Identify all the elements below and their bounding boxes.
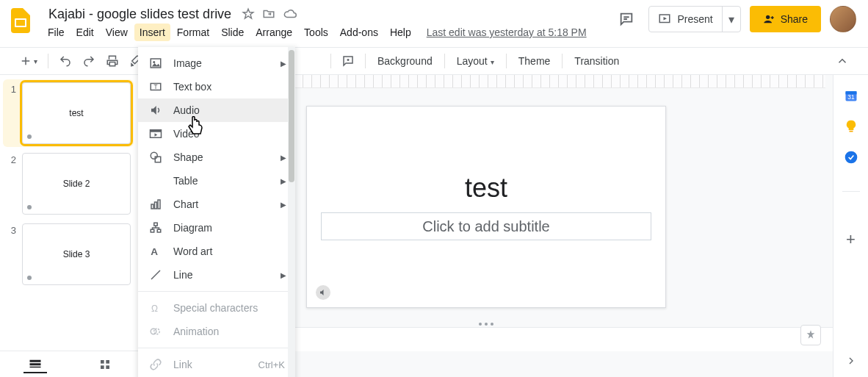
title-icons xyxy=(242,7,297,21)
slide-thumbnail[interactable]: test xyxy=(22,82,131,144)
link-icon xyxy=(148,358,163,371)
calendar-icon[interactable]: 31 xyxy=(844,88,858,103)
move-icon[interactable] xyxy=(262,7,275,21)
diagram-icon xyxy=(148,221,163,234)
theme-button[interactable]: Theme xyxy=(513,52,557,70)
keep-icon[interactable] xyxy=(844,119,858,134)
insert-textbox[interactable]: TText box xyxy=(138,75,295,98)
layout-button[interactable]: Layout xyxy=(451,52,500,70)
addons-plus-icon[interactable]: + xyxy=(846,230,856,249)
undo-button[interactable] xyxy=(54,51,76,71)
insert-menu-dropdown: Image▶TText boxAudioVideoShape▶Table▶Cha… xyxy=(138,47,295,377)
comments-icon[interactable] xyxy=(613,6,640,32)
menu-edit[interactable]: Edit xyxy=(71,24,99,41)
person-add-icon xyxy=(763,13,775,25)
slide-subtitle-placeholder[interactable]: Click to add subtitle xyxy=(321,212,651,240)
audio-icon xyxy=(148,104,163,117)
menu-arrange[interactable]: Arrange xyxy=(250,24,297,41)
slide-filmstrip[interactable]: 1 test 2 Slide 2 3 Slide 3 xyxy=(0,75,140,377)
svg-rect-11 xyxy=(29,366,40,367)
svg-rect-25 xyxy=(155,202,157,209)
cloud-icon[interactable] xyxy=(283,7,297,21)
grid-view-icon[interactable] xyxy=(93,356,117,373)
last-edit-link[interactable]: Last edit was yesterday at 5:18 PM xyxy=(427,26,587,38)
slide-title-text[interactable]: test xyxy=(465,173,507,204)
svg-rect-15 xyxy=(106,365,109,369)
insert-table[interactable]: Table▶ xyxy=(138,169,295,193)
line-icon xyxy=(148,268,163,281)
redo-button[interactable] xyxy=(78,51,100,71)
menu-slide[interactable]: Slide xyxy=(216,24,249,41)
thumb-number: 2 xyxy=(6,153,16,215)
present-button[interactable]: Present xyxy=(649,7,721,32)
insert-wordart[interactable]: AWord art xyxy=(138,240,295,263)
menu-tools[interactable]: Tools xyxy=(299,24,333,41)
menu-help[interactable]: Help xyxy=(385,24,416,41)
dropdown-scrollbar[interactable] xyxy=(288,47,295,377)
svg-rect-10 xyxy=(29,363,40,365)
svg-point-17 xyxy=(153,61,155,63)
svg-rect-28 xyxy=(151,229,154,232)
svg-rect-23 xyxy=(155,157,161,162)
insert-video[interactable]: Video xyxy=(138,122,295,146)
svg-text:Ω: Ω xyxy=(151,304,158,314)
svg-point-3 xyxy=(766,15,770,19)
hide-sidepanel-icon[interactable] xyxy=(845,355,857,367)
menu-view[interactable]: View xyxy=(101,24,133,41)
star-icon[interactable] xyxy=(242,7,255,21)
slides-logo-icon[interactable] xyxy=(6,6,35,35)
insert-shape[interactable]: Shape▶ xyxy=(138,146,295,169)
menu-bar: File Edit View Insert Format Slide Arran… xyxy=(41,22,613,43)
animation-icon xyxy=(148,325,163,338)
share-button[interactable]: Share xyxy=(750,6,821,32)
thumb-number: 3 xyxy=(6,223,16,285)
textbox-icon: T xyxy=(148,80,163,93)
slide-canvas[interactable]: test Click to add subtitle xyxy=(306,106,666,308)
svg-text:A: A xyxy=(151,246,158,257)
menu-addons[interactable]: Add-ons xyxy=(335,24,383,41)
print-button[interactable] xyxy=(101,51,123,71)
collapse-toolbar-icon[interactable] xyxy=(831,51,853,71)
slide-thumbnail[interactable]: Slide 3 xyxy=(22,223,131,285)
menu-insert[interactable]: Insert xyxy=(134,24,170,41)
insert-audio[interactable]: Audio xyxy=(138,98,295,122)
audio-indicator-icon[interactable] xyxy=(316,285,330,300)
svg-rect-12 xyxy=(101,360,104,364)
insert-chart[interactable]: Chart▶ xyxy=(138,193,295,216)
new-slide-button[interactable]: ▾ xyxy=(15,51,42,71)
svg-rect-7 xyxy=(849,131,853,132)
svg-rect-14 xyxy=(101,365,104,369)
svg-text:T: T xyxy=(153,84,157,90)
svg-rect-21 xyxy=(151,130,162,132)
menu-file[interactable]: File xyxy=(43,24,70,41)
editor-toolbar: ▾ Background Layout Theme Transition xyxy=(0,47,868,75)
insert-diagram[interactable]: Diagram xyxy=(138,216,295,240)
account-avatar[interactable] xyxy=(830,6,856,32)
slide-thumbnail[interactable]: Slide 2 xyxy=(22,153,131,215)
transition-button[interactable]: Transition xyxy=(568,52,625,70)
specialchar-icon: Ω xyxy=(148,301,163,315)
background-button[interactable]: Background xyxy=(372,52,438,70)
video-icon xyxy=(148,127,163,140)
tasks-icon[interactable] xyxy=(844,150,858,165)
explore-button[interactable] xyxy=(800,325,821,345)
shape-icon xyxy=(148,151,163,164)
wordart-icon: A xyxy=(148,245,163,258)
image-icon xyxy=(148,57,163,70)
svg-rect-1 xyxy=(16,20,25,26)
insert-line[interactable]: Line▶ xyxy=(138,263,295,287)
insert-animation: Animation xyxy=(138,320,295,343)
list-view-icon[interactable] xyxy=(23,356,47,373)
insert-specialchar: ΩSpecial characters xyxy=(138,296,295,320)
doc-title[interactable]: Kajabi - google slides test drive xyxy=(46,6,234,23)
insert-image[interactable]: Image▶ xyxy=(138,51,295,75)
svg-point-8 xyxy=(845,151,857,164)
svg-rect-26 xyxy=(158,200,160,209)
svg-rect-9 xyxy=(29,359,40,362)
menu-format[interactable]: Format xyxy=(172,24,214,41)
present-dropdown[interactable]: ▾ xyxy=(722,7,740,32)
svg-point-22 xyxy=(151,152,157,159)
svg-text:31: 31 xyxy=(847,93,855,101)
add-comment-button[interactable] xyxy=(337,51,359,71)
thumb-number: 1 xyxy=(6,82,16,144)
